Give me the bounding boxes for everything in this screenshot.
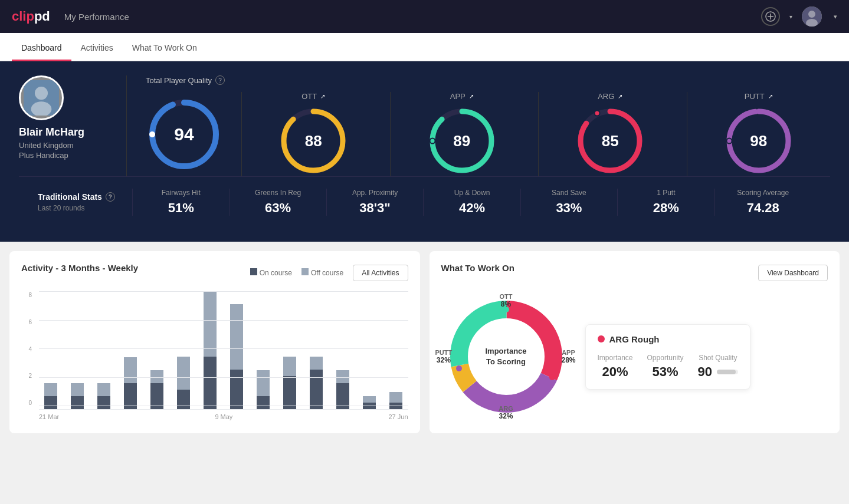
bar-group-8 <box>251 292 275 409</box>
what-title: What To Work On <box>441 263 514 273</box>
svg-point-4 <box>808 11 815 18</box>
bar-off-seg <box>71 383 84 396</box>
stat-sandsave: Sand Save 33% <box>520 189 617 216</box>
bar-group-5 <box>172 292 195 409</box>
bar-chart-container: 0 2 4 6 8 <box>21 292 408 420</box>
stat-scoring: Scoring Average 74.28 <box>714 189 811 216</box>
player-country: United Kingdom <box>19 141 107 150</box>
bar-off-seg <box>97 383 110 396</box>
ott-value: 88 <box>305 132 322 150</box>
ott-donut-label: OTT 8% <box>500 293 513 308</box>
avatar[interactable] <box>802 6 822 27</box>
bar-off-seg <box>389 392 402 403</box>
bar-on-seg <box>257 396 270 409</box>
header: clippd My Performance ▾ ▾ <box>0 0 849 33</box>
stat-1putt: 1 Putt 28% <box>617 189 714 216</box>
player-name: Blair McHarg <box>19 126 107 139</box>
bar-off-seg <box>283 357 296 376</box>
bar-group-0 <box>39 292 63 409</box>
bar-off-seg <box>44 383 57 396</box>
bar-on-seg <box>363 403 376 409</box>
detail-shot-quality: Shot Quality 90 <box>698 354 738 380</box>
bar-off-seg <box>363 396 376 403</box>
bar-off-seg <box>310 357 323 370</box>
bar-group-4 <box>145 292 169 409</box>
trad-help-icon[interactable]: ? <box>106 192 115 202</box>
arg-donut-label: ARG 32% <box>499 405 513 420</box>
stat-greens: Greens In Reg 63% <box>229 189 326 216</box>
bar-off-seg <box>230 304 243 370</box>
tpq-help-icon[interactable]: ? <box>215 75 225 85</box>
header-left: clippd My Performance <box>12 9 129 24</box>
app-value: 89 <box>453 132 470 150</box>
player-section: Blair McHarg United Kingdom Plus Handica… <box>19 75 830 176</box>
what-header: What To Work On View Dashboard <box>441 263 828 282</box>
app-chart: 89 <box>427 106 497 176</box>
shot-quality-bar <box>717 370 738 374</box>
bar-on-seg <box>71 396 84 409</box>
nav-tabs: Dashboard Activities What To Work On <box>0 33 849 61</box>
tab-activities[interactable]: Activities <box>71 36 123 61</box>
bar-off-seg <box>336 370 349 383</box>
tab-dashboard[interactable]: Dashboard <box>12 36 71 61</box>
bar-group-2 <box>92 292 116 409</box>
stat-proximity: App. Proximity 38'3" <box>326 189 423 216</box>
putt-chart: 98 <box>723 106 794 176</box>
metrics-row: 94 OTT ↗ 88 <box>146 92 830 176</box>
all-activities-button[interactable]: All Activities <box>353 265 408 281</box>
bar-off-seg <box>177 357 190 390</box>
main-score-block: 94 <box>146 96 237 173</box>
bar-on-seg <box>177 390 190 409</box>
bar-group-12 <box>358 292 381 409</box>
tpq-label: Total Player Quality ? <box>146 75 830 85</box>
app-donut-label: APP 28% <box>561 349 575 364</box>
profile-dropdown-arrow[interactable]: ▾ <box>834 13 837 21</box>
what-content: ImportanceTo Scoring OTT 8% APP 28% ARG … <box>441 292 828 421</box>
player-handicap: Plus Handicap <box>19 151 107 160</box>
svg-point-22 <box>726 139 732 144</box>
svg-point-30 <box>456 365 462 371</box>
add-icon[interactable] <box>761 7 780 26</box>
metrics-section: Total Player Quality ? 94 <box>126 75 830 176</box>
bar-on-seg <box>124 383 137 409</box>
bar-on-seg <box>150 383 163 409</box>
bar-on-seg <box>283 376 296 409</box>
detail-importance: Importance 20% <box>598 354 633 380</box>
bar-off-seg <box>204 292 217 357</box>
bars <box>39 292 408 410</box>
player-info: Blair McHarg United Kingdom Plus Handica… <box>19 75 107 160</box>
performance-panel: Blair McHarg United Kingdom Plus Handica… <box>0 61 849 242</box>
svg-point-19 <box>595 111 600 116</box>
bar-off-seg <box>124 357 137 383</box>
bar-group-11 <box>331 292 355 409</box>
tab-what-to-work-on[interactable]: What To Work On <box>123 36 206 61</box>
bar-group-3 <box>119 292 142 409</box>
bar-on-seg <box>389 403 402 409</box>
bar-on-seg <box>204 357 217 409</box>
main-score-chart: 94 <box>146 96 222 173</box>
detail-opportunity: Opportunity 53% <box>647 354 684 380</box>
logo[interactable]: clippd <box>12 9 50 24</box>
arg-arrow-icon: ↗ <box>618 93 622 100</box>
bar-group-1 <box>65 292 89 409</box>
add-dropdown-arrow[interactable]: ▾ <box>789 14 792 20</box>
putt-donut-label: PUTT 32% <box>435 349 453 364</box>
app-block: APP ↗ 89 <box>390 92 534 176</box>
header-right: ▾ ▾ <box>761 6 837 27</box>
what-to-work-on-card: What To Work On View Dashboard <box>430 251 840 433</box>
putt-block: PUTT ↗ 98 <box>687 92 831 176</box>
donut-chart: ImportanceTo Scoring OTT 8% APP 28% ARG … <box>441 292 571 421</box>
bar-off-seg <box>150 370 163 383</box>
arg-value: 85 <box>602 132 619 150</box>
bar-on-seg <box>310 370 323 409</box>
arg-block: ARG ↗ 85 <box>538 92 682 176</box>
view-dashboard-button[interactable]: View Dashboard <box>758 265 828 281</box>
ott-block: OTT ↗ 88 <box>241 92 385 176</box>
bar-group-13 <box>384 292 408 409</box>
putt-arrow-icon: ↗ <box>768 93 773 100</box>
detail-metrics: Importance 20% Opportunity 53% Shot Qual… <box>598 354 739 380</box>
app-arrow-icon: ↗ <box>469 93 474 100</box>
svg-point-29 <box>549 374 555 380</box>
bar-on-seg <box>44 396 57 409</box>
donut-center-label: ImportanceTo Scoring <box>485 346 526 367</box>
